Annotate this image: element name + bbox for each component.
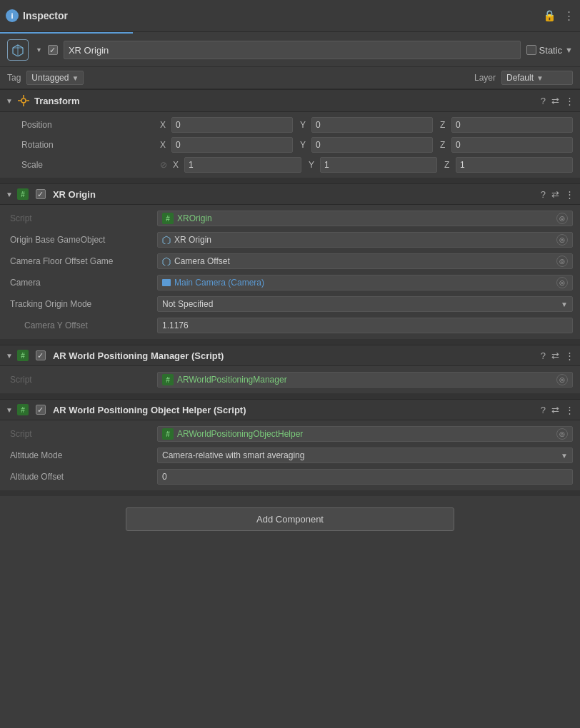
xr-origin-script-row: Script # XROrigin ◎ (0, 208, 580, 229)
static-dropdown-arrow[interactable]: ▼ (565, 46, 573, 54)
ar-manager-script-value: ARWorldPositioningManager (177, 375, 553, 385)
ar-helper-script-label: Script (10, 429, 153, 439)
altitude-mode-value: Camera-relative with smart averaging (162, 450, 561, 460)
ar-manager-collapse-arrow[interactable]: ▼ (6, 352, 13, 360)
camera-value: Main Camera (Camera) (174, 278, 553, 288)
rotation-label: Rotation (21, 140, 157, 150)
ar-world-manager-section-header[interactable]: ▼ # ✓ AR World Positioning Manager (Scri… (0, 345, 580, 366)
rotation-x-input[interactable] (171, 137, 293, 153)
tracking-label: Tracking Origin Mode (10, 299, 153, 309)
ar-manager-help-icon[interactable]: ? (541, 350, 546, 361)
transform-body: Position X Y Z Rotation X Y Z Scale ⊘ (0, 112, 580, 178)
cube-small-icon (162, 236, 171, 244)
more-icon[interactable]: ⋮ (564, 9, 574, 22)
xr-origin-script-select-btn[interactable]: ◎ (556, 213, 568, 224)
xr-origin-more-icon[interactable]: ⋮ (565, 189, 574, 200)
rotation-row: Rotation X Y Z (0, 135, 580, 155)
camera-floor-label: Camera Floor Offset Game (10, 256, 153, 266)
position-y-input[interactable] (311, 117, 433, 133)
layer-value: Default (506, 73, 534, 83)
header-icons: 🔒 ⋮ (543, 9, 574, 22)
camera-floor-select-btn[interactable]: ◎ (556, 256, 568, 267)
ar-helper-enabled-checkbox[interactable]: ✓ (36, 405, 46, 415)
rotation-y-input[interactable] (311, 137, 433, 153)
transform-icon (17, 94, 30, 107)
position-xyz: X Y Z (160, 117, 573, 133)
lock-icon[interactable]: 🔒 (543, 9, 556, 22)
scale-row: Scale ⊘ X Y Z (0, 155, 580, 175)
ar-helper-script-value: ARWorldPositioningObjectHelper (177, 429, 553, 439)
info-icon: i (6, 9, 19, 22)
ar-helper-script-row: Script # ARWorldPositioningObjectHelper … (0, 423, 580, 445)
xr-origin-collapse-arrow[interactable]: ▼ (6, 191, 13, 198)
gameobject-enabled-checkbox[interactable]: ✓ (48, 45, 58, 55)
transform-settings-icon[interactable]: ⇄ (551, 96, 559, 106)
ar-helper-hash-icon: # (17, 404, 29, 415)
scale-x-input[interactable] (184, 157, 301, 173)
ar-helper-help-icon[interactable]: ? (541, 405, 546, 415)
add-component-button[interactable]: Add Component (126, 507, 454, 531)
ar-manager-more-icon[interactable]: ⋮ (565, 350, 574, 361)
tag-dropdown[interactable]: Untagged ▼ (26, 71, 84, 85)
inspector-title: Inspector (23, 10, 543, 21)
xr-origin-base-select-btn[interactable]: ◎ (556, 234, 568, 246)
rot-y-label: Y (300, 140, 309, 150)
camera-y-offset-input[interactable] (157, 318, 573, 333)
altitude-mode-dropdown[interactable]: Camera-relative with smart averaging ▼ (157, 448, 573, 463)
ar-manager-hash-icon: # (17, 350, 29, 361)
ar-helper-collapse-arrow[interactable]: ▼ (6, 406, 13, 414)
position-z-input[interactable] (451, 117, 573, 133)
rot-z-label: Z (440, 140, 449, 150)
altitude-offset-input[interactable] (157, 469, 573, 485)
xr-origin-script-value: XROrigin (177, 213, 553, 223)
camera-floor-row: Camera Floor Offset Game Camera Offset ◎ (0, 251, 580, 272)
svg-marker-9 (163, 258, 170, 266)
xr-origin-base-label: Origin Base GameObject (10, 235, 153, 245)
tag-dropdown-arrow: ▼ (71, 74, 79, 82)
transform-tools: ? ⇄ ⋮ (541, 96, 574, 106)
ar-helper-more-icon[interactable]: ⋮ (565, 405, 574, 415)
ar-manager-enabled-checkbox[interactable]: ✓ (36, 350, 46, 360)
xr-origin-section-header[interactable]: ▼ # ✓ XR Origin ? ⇄ ⋮ (0, 183, 580, 205)
camera-floor-value-box: Camera Offset ◎ (157, 253, 573, 269)
altitude-mode-row: Altitude Mode Camera-relative with smart… (0, 445, 580, 466)
rotation-xyz: X Y Z (160, 137, 573, 153)
altitude-offset-row: Altitude Offset (0, 466, 580, 487)
gameobject-arrow[interactable]: ▼ (36, 46, 42, 54)
transform-collapse-arrow[interactable]: ▼ (6, 97, 13, 105)
camera-select-btn[interactable]: ◎ (556, 277, 568, 288)
rotation-z-input[interactable] (451, 137, 573, 153)
ar-manager-script-select-btn[interactable]: ◎ (556, 374, 568, 385)
xr-origin-enabled-checkbox[interactable]: ✓ (36, 189, 46, 199)
ar-helper-tools: ? ⇄ ⋮ (541, 405, 574, 415)
position-x-input[interactable] (171, 117, 293, 133)
transform-help-icon[interactable]: ? (541, 96, 546, 106)
camera-y-offset-row: Camera Y Offset (0, 315, 580, 336)
ar-manager-settings-icon[interactable]: ⇄ (551, 350, 559, 361)
layer-dropdown[interactable]: Default ▼ (501, 71, 573, 85)
xr-origin-settings-icon[interactable]: ⇄ (551, 189, 559, 200)
altitude-offset-label: Altitude Offset (10, 472, 153, 482)
transform-more-icon[interactable]: ⋮ (565, 96, 574, 106)
scale-z-input[interactable] (456, 157, 573, 173)
tracking-dropdown-arrow: ▼ (561, 300, 568, 308)
xr-origin-help-icon[interactable]: ? (541, 189, 546, 200)
scale-link-icon[interactable]: ⊘ (160, 160, 167, 170)
tag-layer-row: Tag Untagged ▼ Layer Default ▼ (0, 67, 580, 89)
camera-value-box: Main Camera (Camera) ◎ (157, 275, 573, 290)
ar-world-helper-section-header[interactable]: ▼ # ✓ AR World Positioning Object Helper… (0, 399, 580, 420)
gameobject-name-input[interactable] (64, 41, 521, 59)
ar-manager-script-hash-icon: # (162, 374, 174, 385)
scale-z-label: Z (444, 160, 453, 170)
xr-origin-base-row: Origin Base GameObject XR Origin ◎ (0, 229, 580, 251)
ar-helper-body: Script # ARWorldPositioningObjectHelper … (0, 420, 580, 490)
static-checkbox[interactable] (526, 45, 536, 55)
tracking-dropdown[interactable]: Not Specified ▼ (157, 296, 573, 312)
tracking-value: Not Specified (162, 299, 561, 309)
scale-y-input[interactable] (320, 157, 437, 173)
static-group: Static ▼ (526, 45, 573, 56)
scale-xyz: X Y Z (173, 157, 573, 173)
transform-section-header[interactable]: ▼ Transform ? ⇄ ⋮ (0, 89, 580, 112)
ar-helper-settings-icon[interactable]: ⇄ (551, 405, 559, 415)
ar-helper-script-select-btn[interactable]: ◎ (556, 428, 568, 440)
